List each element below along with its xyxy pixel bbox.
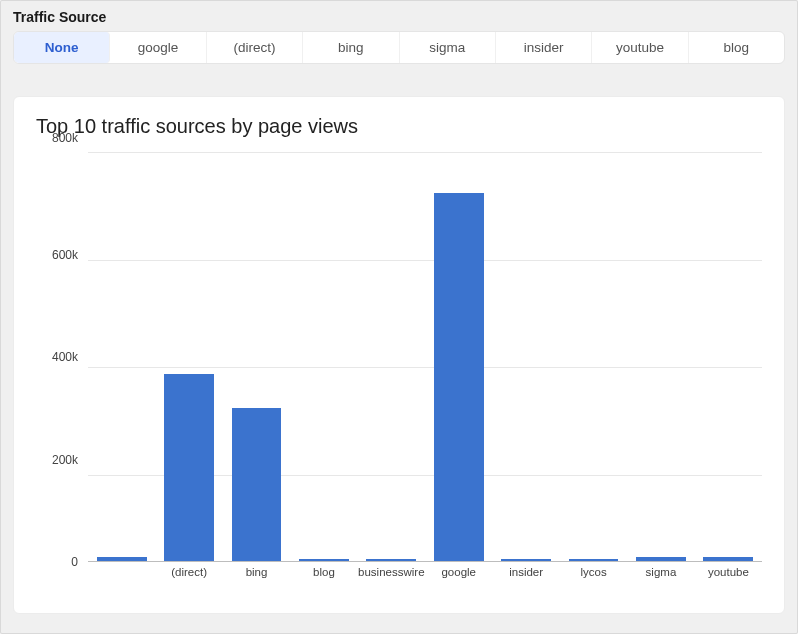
chart-card: Top 10 traffic sources by page views 800… <box>13 96 785 614</box>
bar-slot <box>425 152 492 561</box>
bar-slot <box>560 152 627 561</box>
bar-slot <box>223 152 290 561</box>
x-tick-label: lycos <box>560 562 627 582</box>
bar <box>703 557 753 561</box>
x-tick-label: youtube <box>695 562 762 582</box>
x-tick-label: bing <box>223 562 290 582</box>
traffic-source-panel: Traffic Source None google (direct) bing… <box>0 0 798 634</box>
x-tick-label: (direct) <box>155 562 222 582</box>
bar <box>299 559 349 561</box>
x-tick-label: insider <box>492 562 559 582</box>
chart-title: Top 10 traffic sources by page views <box>36 115 762 138</box>
bar-slot <box>695 152 762 561</box>
x-tick-label: sigma <box>627 562 694 582</box>
bar <box>97 557 147 561</box>
chart-area: 800k 600k 400k 200k 0 (direct)bingblogbu… <box>36 152 762 582</box>
bar-slot <box>290 152 357 561</box>
y-tick: 200k <box>52 453 78 467</box>
tab-direct[interactable]: (direct) <box>207 32 303 63</box>
bar <box>366 559 416 561</box>
tab-youtube[interactable]: youtube <box>592 32 688 63</box>
bar-slot <box>627 152 694 561</box>
bar-slot <box>88 152 155 561</box>
x-tick-label <box>88 562 155 582</box>
panel-title: Traffic Source <box>1 1 797 31</box>
tab-bar: None google (direct) bing sigma insider … <box>13 31 785 64</box>
bar-slot <box>358 152 425 561</box>
bar-slot <box>155 152 222 561</box>
bar <box>501 559 551 561</box>
y-tick: 0 <box>71 555 78 569</box>
tab-insider[interactable]: insider <box>496 32 592 63</box>
tab-none[interactable]: None <box>14 32 110 63</box>
x-tick-label: businesswire <box>358 562 425 582</box>
bar <box>569 559 619 561</box>
bar-slot <box>492 152 559 561</box>
tab-bing[interactable]: bing <box>303 32 399 63</box>
bar <box>232 408 282 561</box>
x-axis: (direct)bingblogbusinesswiregoogleinside… <box>88 562 762 582</box>
x-tick-label: blog <box>290 562 357 582</box>
chart-plot <box>88 152 762 562</box>
tab-blog[interactable]: blog <box>689 32 784 63</box>
y-axis: 800k 600k 400k 200k 0 <box>36 152 84 562</box>
bar <box>636 557 686 561</box>
tab-google[interactable]: google <box>110 32 206 63</box>
bar <box>164 374 214 561</box>
y-tick: 400k <box>52 350 78 364</box>
bar <box>434 193 484 561</box>
tab-sigma[interactable]: sigma <box>400 32 496 63</box>
y-tick: 800k <box>52 131 78 145</box>
x-tick-label: google <box>425 562 492 582</box>
y-tick: 600k <box>52 248 78 262</box>
